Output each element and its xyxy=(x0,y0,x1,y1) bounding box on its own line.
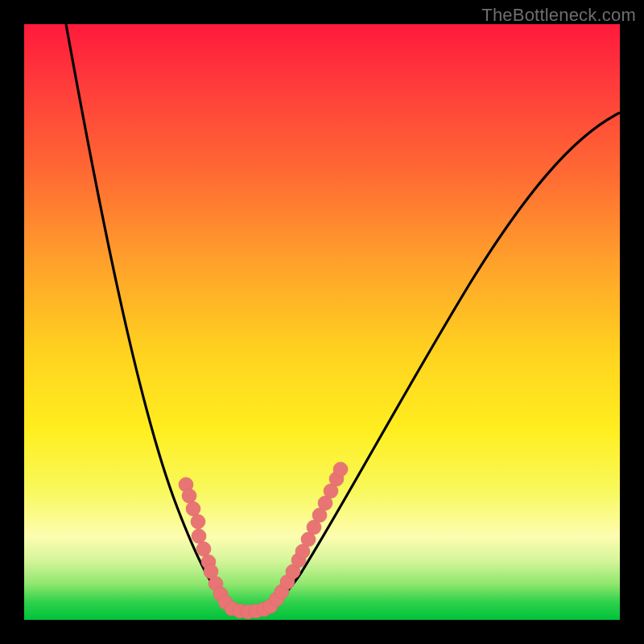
svg-point-0 xyxy=(179,477,193,492)
svg-point-27 xyxy=(324,484,338,498)
curve-markers xyxy=(179,462,348,619)
watermark-text: TheBottleneck.com xyxy=(481,5,636,26)
svg-point-9 xyxy=(213,587,228,601)
svg-point-20 xyxy=(286,564,300,579)
bottleneck-curve xyxy=(24,24,620,620)
svg-point-29 xyxy=(333,462,348,477)
svg-point-26 xyxy=(318,496,332,510)
svg-point-17 xyxy=(270,592,284,606)
svg-point-2 xyxy=(186,502,200,516)
svg-point-12 xyxy=(233,604,247,618)
svg-point-1 xyxy=(182,489,196,503)
svg-point-11 xyxy=(225,601,239,616)
svg-point-25 xyxy=(312,508,327,522)
svg-point-28 xyxy=(329,472,344,486)
svg-point-6 xyxy=(201,555,216,569)
svg-point-19 xyxy=(280,575,295,589)
svg-point-21 xyxy=(291,553,306,568)
svg-point-4 xyxy=(192,529,206,543)
svg-point-15 xyxy=(257,602,271,617)
svg-point-14 xyxy=(249,604,263,618)
svg-point-7 xyxy=(204,564,218,579)
svg-point-22 xyxy=(295,544,310,559)
svg-point-13 xyxy=(241,605,255,619)
svg-point-3 xyxy=(191,514,205,529)
svg-point-5 xyxy=(196,542,211,556)
plot-area xyxy=(24,24,620,620)
svg-point-8 xyxy=(208,576,223,591)
svg-point-18 xyxy=(275,584,289,599)
svg-point-24 xyxy=(307,520,321,535)
curve-path xyxy=(66,24,620,612)
chart-frame: TheBottleneck.com xyxy=(0,0,644,644)
svg-point-10 xyxy=(218,595,233,609)
svg-point-23 xyxy=(301,532,316,547)
svg-point-16 xyxy=(263,599,278,613)
